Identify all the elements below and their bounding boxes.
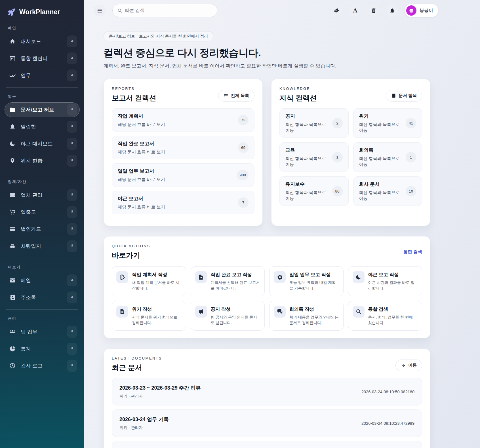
pushpin-icon [70, 347, 74, 351]
pin-button[interactable] [67, 35, 77, 47]
doc-timestamp: 2026-03-24 08:10:50.082180 [361, 390, 414, 394]
calendar-icon [9, 55, 16, 62]
app-logo[interactable]: WorkPlanner [5, 6, 80, 19]
pin-button[interactable] [67, 360, 77, 372]
quick-action-write-wiki[interactable]: 위키 작성 지식 문서를 위키 형식으로 정리합니다. [112, 301, 186, 331]
sidebar-divider [6, 173, 78, 173]
search-icon [117, 8, 122, 13]
quick-action-write-overtime-report[interactable]: 야근 보고 작성 야근 시간과 결과를 바로 정리합니다. [348, 266, 422, 296]
pin-button[interactable] [67, 206, 77, 218]
font-size-button[interactable]: A [349, 5, 361, 16]
quick-action-unified-search[interactable]: 통합 검색 문서, 회의, 업무를 한 번에 찾습니다. [348, 301, 422, 331]
knowledge-explore-button[interactable]: 문서 탐색 [386, 90, 422, 102]
server-icon [9, 192, 16, 198]
topbar-actions: A 붕 붕붕이 [331, 4, 438, 17]
sidebar-item-doc-report-hub[interactable]: 문서/보고 허브 [5, 102, 80, 117]
quick-action-write-minutes[interactable]: 회의록 작성 회의 내용을 업무와 연결되는 문서로 정리합니다. [269, 301, 344, 331]
sidebar-section-admin: 관리 [8, 316, 76, 321]
pin-button[interactable] [67, 155, 77, 167]
sidebar-item-mail[interactable]: 메일 [5, 273, 80, 288]
sidebar-item-location[interactable]: 위치 현황 [5, 153, 80, 168]
pie-chart-icon [9, 346, 16, 352]
latest-go-button[interactable]: 이동 [395, 360, 422, 371]
sidebar-item-calendar[interactable]: 통합 캘린더 [5, 51, 80, 66]
moon-icon [353, 271, 365, 283]
pushpin-icon [70, 227, 74, 231]
sidebar-item-night-dashboard[interactable]: 야근 대시보드 [5, 136, 80, 151]
notifications-button[interactable] [386, 5, 398, 16]
pin-button[interactable] [67, 69, 77, 81]
quick-action-write-completion-report[interactable]: 작업 완료 보고 작성 계획서를 선택해 완료 보고서로 이어갑니다. [191, 266, 265, 296]
quick-actions-eyebrow: QUICK ACTIONS [112, 244, 150, 248]
pushpin-icon [70, 244, 74, 248]
pin-button[interactable] [67, 274, 77, 286]
sidebar-item-statistics[interactable]: 통계 [5, 341, 80, 356]
report-item-completion[interactable]: 작업 완료 보고서 해당 문서 흐름 바로 보기 69 [112, 136, 254, 159]
latest-eyebrow: LATEST DOCUMENTS [112, 356, 162, 360]
sidebar-item-vehicle-log[interactable]: 차량일지 [5, 239, 80, 253]
sidebar-divider [6, 258, 78, 258]
rocket-icon [7, 7, 16, 16]
trash-button[interactable] [368, 5, 380, 16]
doc-timestamp: 2026-03-24 08:10:23.472989 [361, 421, 414, 426]
quick-action-write-daily-report[interactable]: 일일 업무 보고 작성 오늘 업무 요약과 내일 계획을 기록합니다. [269, 266, 344, 296]
reports-all-list-button[interactable]: 전체 목록 [218, 90, 254, 102]
pin-button[interactable] [67, 138, 77, 150]
page-title: 컬렉션 중심으로 다시 정리했습니다. [104, 46, 430, 60]
latest-doc-row[interactable]: 2026-03-23 ~ 2026-03-29 주간 리뷰 위키 · 관리자 2… [112, 378, 422, 405]
report-item-work-plan[interactable]: 작업 계획서 해당 문서 흐름 바로 보기 73 [112, 108, 254, 132]
pin-button[interactable] [67, 291, 77, 303]
home-icon [9, 38, 16, 45]
pin-button[interactable] [67, 52, 77, 64]
knowledge-item-minutes[interactable]: 회의록 최신 항목과 목록으로 이동 1 [353, 142, 422, 172]
quick-action-write-notice[interactable]: 공지 작성 팀 공지와 운영 안내를 문서로 남깁니다. [191, 301, 265, 331]
quick-actions-title: 바로가기 [112, 251, 150, 260]
doc-arrow-icon [195, 271, 207, 283]
sidebar-item-inventory[interactable]: 입출고 [5, 205, 80, 219]
hamburger-menu-button[interactable] [94, 5, 106, 16]
sidebar-item-tasks[interactable]: 업무 [5, 68, 80, 83]
report-item-daily[interactable]: 일일 업무 보고서 해당 문서 흐름 바로 보기 980 [112, 163, 254, 187]
latest-doc-row[interactable]: 2026-03-24 업무 기록 위키 · 관리자 2026-03-24 08:… [112, 409, 422, 437]
knowledge-eyebrow: KNOWLEDGE [279, 86, 317, 91]
knowledge-item-notice[interactable]: 공지 최신 항목과 목록으로 이동 2 [279, 108, 349, 138]
sidebar-item-team-tasks[interactable]: 팀 업무 [5, 324, 80, 339]
quick-action-write-work-plan[interactable]: 작업 계획서 작성 새 작업 계획 문서를 바로 시작합니다. [112, 266, 186, 296]
sidebar-item-audit-log[interactable]: 감사 로그 [5, 358, 80, 373]
sidebar-item-inbox[interactable]: 알림함 [5, 119, 80, 134]
sidebar-item-corp-card[interactable]: 법인카드 [5, 222, 80, 236]
pin-button[interactable] [67, 223, 77, 235]
pin-button[interactable] [67, 121, 77, 133]
latest-doc-row[interactable]: 독립망에서 인터넷요청으로 인한 응답속도 지연현상 위키 · 2025-12-… [112, 441, 422, 448]
knowledge-item-education[interactable]: 교육 최신 항목과 목록으로 이동 1 [279, 142, 349, 172]
pushpin-icon [70, 73, 74, 78]
theme-toggle-button[interactable] [331, 5, 343, 16]
pushpin-icon [70, 142, 74, 146]
count-badge: 1 [406, 152, 416, 162]
sidebar-item-vendor-mgmt[interactable]: 업체 관리 [5, 188, 80, 202]
quick-actions-card: QUICK ACTIONS 바로가기 통합 검색 작업 계획서 작성 새 작업 … [104, 236, 430, 338]
knowledge-item-company-docs[interactable]: 회사 문서 최신 항목과 목록으로 이동 10 [353, 176, 422, 206]
megaphone-icon [195, 306, 207, 318]
unified-search-link[interactable]: 통합 검색 [403, 249, 422, 255]
pin-button[interactable] [67, 326, 77, 338]
knowledge-item-maintenance[interactable]: 유지보수 최신 항목과 목록으로 이동 86 [279, 176, 349, 206]
pin-button[interactable] [67, 189, 77, 201]
pin-button[interactable] [67, 343, 77, 355]
knowledge-item-wiki[interactable]: 위키 최신 항목과 목록으로 이동 41 [353, 108, 422, 138]
pin-button[interactable] [67, 104, 77, 116]
hamburger-icon [97, 8, 103, 14]
main-area: A 붕 붕붕이 문서/보고 허브 보고서와 지식 문서를 한 화면에서 정리 컬… [84, 0, 480, 448]
collections-row: REPORTS 보고서 컬렉션 전체 목록 작업 계획서 해당 문서 흐름 바로… [104, 79, 430, 226]
pin-button[interactable] [67, 240, 77, 252]
search-input[interactable] [125, 8, 212, 13]
count-badge: 2 [332, 118, 343, 128]
user-menu[interactable]: 붕 붕붕이 [405, 4, 438, 17]
count-badge: 10 [406, 186, 416, 196]
report-item-overtime[interactable]: 야근 보고서 해당 문서 흐름 바로 보기 7 [112, 191, 254, 214]
sidebar-item-dashboard[interactable]: 대시보드 [5, 34, 80, 49]
letter-a-icon: A [353, 7, 357, 14]
hero-badge-primary: 문서/보고 허브 [109, 34, 135, 39]
book-icon [391, 93, 396, 98]
sidebar-item-contacts[interactable]: 주소록 [5, 290, 80, 305]
